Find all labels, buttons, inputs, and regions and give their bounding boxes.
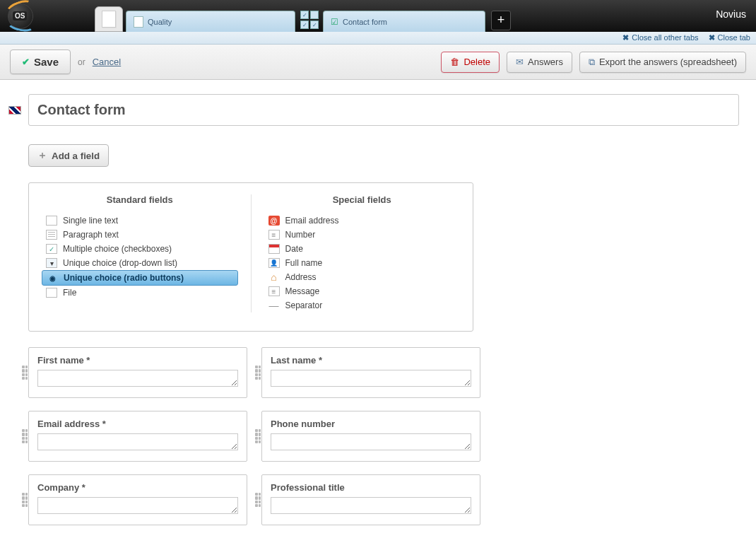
form-fields-grid: First name * Last name * Email address *…: [28, 347, 480, 525]
delete-button[interactable]: 🗑 Delete: [441, 52, 500, 73]
form-field-email[interactable]: Email address *: [28, 411, 247, 462]
email-icon: [268, 216, 280, 226]
mail-icon: ✉: [516, 57, 524, 67]
check-icon: ✔: [22, 57, 30, 67]
close-tabs-bar: ✖Close all other tabs ✖Close tab: [0, 32, 756, 45]
add-tab-button[interactable]: +: [491, 11, 511, 30]
field-label: Phone number: [271, 419, 471, 429]
field-type-single-line[interactable]: Single line text: [42, 214, 238, 228]
action-bar: ✔ Save or Cancel 🗑 Delete ✉ Answers ⧉ Ex…: [0, 45, 756, 80]
special-fields-heading: Special fields: [264, 194, 461, 205]
field-label: Company *: [37, 482, 238, 493]
or-label: or: [78, 57, 85, 67]
file-icon: [46, 288, 57, 298]
separator-icon: [268, 300, 280, 310]
checkbox-icon: ✓: [46, 244, 57, 254]
close-all-tabs-link[interactable]: ✖Close all other tabs: [622, 33, 698, 42]
drag-handle-icon[interactable]: [22, 493, 28, 507]
house-icon: [268, 272, 280, 282]
brand-label: Novius: [716, 8, 746, 20]
field-label: Professional title: [271, 482, 471, 493]
top-bar: Quality ✓✓✓ ☑ Contact form + Novius: [0, 0, 756, 32]
field-type-email[interactable]: Email address: [264, 214, 461, 228]
drag-handle-icon[interactable]: [255, 493, 261, 507]
field-type-fullname[interactable]: Full name: [264, 256, 461, 270]
field-type-file[interactable]: File: [42, 286, 238, 300]
form-title-input[interactable]: [28, 94, 739, 126]
text-icon: [46, 216, 57, 226]
form-field-last-name[interactable]: Last name *: [261, 347, 480, 398]
person-icon: [268, 258, 280, 268]
drag-handle-icon[interactable]: [22, 366, 28, 380]
save-button[interactable]: ✔ Save: [10, 49, 71, 74]
field-label: Email address *: [37, 419, 238, 429]
page-icon: [134, 16, 143, 28]
field-type-checkboxes[interactable]: ✓ Multiple choice (checkboxes): [42, 242, 238, 256]
app-logo[interactable]: [3, 0, 38, 32]
drag-handle-icon[interactable]: [255, 429, 261, 443]
number-icon: [268, 230, 280, 240]
field-input[interactable]: [271, 497, 471, 514]
field-type-number[interactable]: Number: [264, 228, 461, 242]
standard-fields-heading: Standard fields: [42, 194, 238, 205]
field-type-separator[interactable]: Separator: [264, 298, 461, 312]
field-input[interactable]: [271, 370, 471, 387]
calendar-icon: [268, 244, 280, 254]
page-icon: [102, 11, 116, 28]
field-type-date[interactable]: Date: [264, 242, 461, 256]
field-type-paragraph[interactable]: Paragraph text: [42, 228, 238, 242]
tab-label: Quality: [148, 18, 172, 26]
dropdown-icon: ▾: [46, 258, 57, 268]
close-tab-link[interactable]: ✖Close tab: [709, 33, 750, 42]
field-input[interactable]: [37, 433, 238, 450]
field-type-dropdown[interactable]: ▾ Unique choice (drop-down list): [42, 256, 238, 270]
message-icon: [268, 286, 280, 296]
field-type-radio[interactable]: Unique choice (radio buttons): [42, 270, 238, 286]
field-type-message[interactable]: Message: [264, 284, 461, 298]
field-input[interactable]: [37, 370, 238, 387]
main-content: ＋ Add a field Standard fields Single lin…: [0, 80, 756, 555]
trash-icon: 🗑: [450, 57, 459, 67]
paragraph-icon: [46, 230, 57, 240]
add-field-button[interactable]: ＋ Add a field: [28, 144, 109, 167]
field-input[interactable]: [37, 497, 238, 514]
drag-handle-icon[interactable]: [22, 429, 28, 443]
apps-tab[interactable]: ✓✓✓: [300, 11, 319, 29]
field-palette: Standard fields Single line text Paragra…: [28, 182, 473, 332]
plus-icon: ＋: [37, 149, 47, 162]
form-field-pro-title[interactable]: Professional title: [261, 474, 480, 525]
field-label: Last name *: [271, 355, 471, 366]
field-type-address[interactable]: Address: [264, 270, 461, 284]
home-tab[interactable]: [95, 6, 123, 32]
drag-handle-icon[interactable]: [255, 366, 261, 380]
field-input[interactable]: [271, 433, 471, 450]
check-icon: ☑: [331, 17, 338, 27]
tab-quality[interactable]: Quality: [126, 11, 295, 32]
form-field-company[interactable]: Company *: [28, 474, 247, 525]
tab-label: Contact form: [343, 18, 387, 26]
export-icon: ⧉: [589, 57, 595, 68]
form-field-phone[interactable]: Phone number: [261, 411, 480, 462]
export-button[interactable]: ⧉ Export the answers (spreadsheet): [579, 52, 746, 73]
cancel-link[interactable]: Cancel: [93, 57, 121, 67]
field-label: First name *: [37, 355, 238, 366]
tab-contact-form[interactable]: ☑ Contact form: [323, 11, 485, 32]
radio-icon: [47, 273, 58, 283]
uk-flag-icon: [8, 106, 21, 115]
answers-button[interactable]: ✉ Answers: [507, 52, 572, 73]
form-field-first-name[interactable]: First name *: [28, 347, 247, 398]
